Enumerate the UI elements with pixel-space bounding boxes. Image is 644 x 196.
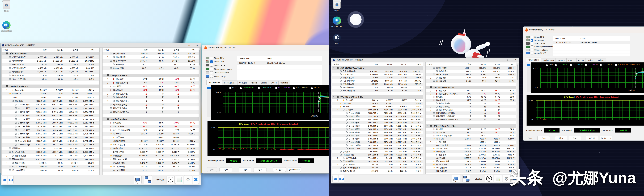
sensor-row[interactable]: ❯Core VIDs0.948 V0.796 V1.228 V0.961 V [2, 88, 100, 92]
remote-monitor-button[interactable] [134, 175, 142, 184]
sensor-row[interactable]: P-core 0 频率2,992.7 MHz798.0 MHz4,588.8 M… [332, 111, 423, 115]
stress-option-memory[interactable]: Stress system memory [206, 68, 234, 71]
sensor-row[interactable]: 可用物理内存11,661 MB11,572 MB11,662 MB11,642 … [2, 70, 100, 74]
legend-checkbox[interactable] [554, 64, 557, 66]
sensor-row[interactable] [2, 81, 100, 85]
sensor-row[interactable]: IA 核心功率32.696 W1.818 W65.973 W32.353 W [426, 150, 516, 153]
sensor-row[interactable]: 剩余芯片功率0.108 W0.094 W0.228 W0.109 W [426, 163, 516, 166]
stress-option-cpu[interactable]: Stress CPU [526, 36, 544, 39]
start-button[interactable]: Start [207, 167, 217, 172]
checkbox[interactable] [531, 45, 533, 48]
sensor-row[interactable]: 封装/环形总线临界温度否否否 [426, 115, 516, 118]
tab-voltages[interactable]: Voltages [238, 81, 249, 85]
scrollbar[interactable] [199, 48, 200, 179]
sensor-row[interactable]: ❯核心利用率136.7 %0.1 %170.3 %137.8 % [102, 55, 200, 59]
legend-checkbox[interactable] [615, 64, 617, 66]
sensor-row[interactable]: Uncore VID0.828 V0.631 V1.056 V0.836 V [332, 102, 423, 105]
sensor-row[interactable]: 核心最高值85 ℃49 ℃96 ℃83 ℃ [426, 99, 516, 102]
sensor-row[interactable]: E-core 11 频率2,793.2 MHz1,097.3 MHz3,491.… [2, 143, 100, 147]
report-button[interactable] [175, 175, 183, 184]
sensor-row[interactable]: P-core 3 频率3,391.7 MHz2,493.9 MHz4,588.8… [2, 114, 100, 117]
sensor-row[interactable]: ❯核心温度与 TjMAX 的...18 ℃4 ℃60 ℃20 ℃ [426, 92, 516, 95]
sensor-row[interactable]: E-core 6 频率2,493.9 MHz997.6 MHz3,391.7 M… [332, 131, 423, 134]
sensor-row[interactable]: CPU封装96 ℃44 ℃100 ℃96 ℃ [102, 85, 200, 88]
sensor-row[interactable]: ˅CPU [#0]: Intel Core i5-13... [332, 95, 423, 99]
aida-titlebar[interactable]: System Stability Test - AIDA64 [202, 45, 329, 51]
sensor-row[interactable]: E-core 5 频率2,793.2 MHz1,895.4 MHz3,491.5… [2, 121, 100, 125]
sensor-row[interactable]: P-core 3 频率2,992.7 MHz997.6 MHz4,588.8 M… [332, 121, 423, 124]
log-row[interactable]: 2023/4/16 15:42:55Stability Test: Starte… [553, 41, 630, 44]
sensor-row[interactable] [426, 83, 516, 86]
sensor-row[interactable]: 总 CPU 使用率100.0 %0.4 %100.0 %99.1 % [2, 168, 100, 172]
sensor-row[interactable]: P-core 0 频率3,391.7 MHz2,493.9 MHz4,588.8… [2, 103, 100, 106]
minimize-button[interactable]: — [496, 58, 502, 62]
sensor-row[interactable]: 可用虚拟内存14,277 MB14,208 MB14,288 MB14,272 … [2, 59, 100, 63]
sensor-row[interactable]: CPU 封装功率44.996 W8.100 W80.718 W47.004 W [102, 143, 200, 147]
maximize-button[interactable]: □ [186, 43, 192, 47]
settings-button[interactable]: ⚙ [502, 175, 510, 182]
remote-monitor-button[interactable] [452, 175, 460, 182]
sensor-row[interactable]: 物理内存占用27.6 %27.6 %28.2 %27.7 % [2, 74, 100, 77]
legend-checkbox[interactable] [240, 87, 242, 89]
sensor-row[interactable]: ˅CPU [#0]: Intel Cor... [102, 74, 200, 77]
desktop-icon-edge[interactable]: Microsoft Edge [331, 17, 343, 27]
sensor-row[interactable]: E-core 11 频率2,493.9 MHz997.6 MHz3,391.7 … [332, 147, 423, 150]
checkbox[interactable] [531, 39, 533, 42]
sensor-row[interactable]: SA VID0.648 V0.646 V0.796 V0.649 V [2, 95, 100, 99]
sensor-row[interactable]: E-core 4 频率2,493.9 MHz997.6 MHz3,391.7 M… [332, 124, 423, 128]
tab-powers[interactable]: Powers [249, 81, 259, 85]
sensor-row[interactable]: 封装/环形总线过热降频否否是 [426, 111, 516, 115]
sensor-row[interactable]: CPU [#0]: Intel Core... [2, 85, 100, 88]
checkbox[interactable] [210, 64, 213, 67]
scrollbar-thumb[interactable] [199, 50, 200, 65]
stress-option-disk[interactable]: Stress local disks [526, 48, 548, 52]
sensor-row[interactable]: ˅CPU [#0]: Intel Core i5-1... [426, 124, 516, 128]
sensor-row[interactable]: PL2 功率限制95.0 W95.0 W95.0 W95.0 W [102, 168, 200, 172]
sensor-row[interactable]: 总线频率99.8 MHz99.8 MHz99.8 MHz99.8 MHz [2, 147, 100, 150]
expand-arrow[interactable]: ˅ [333, 66, 334, 70]
network-monitors-button[interactable] [144, 175, 152, 184]
sensor-row[interactable]: ˅CPU [#0]: Intel Core i5-1... [426, 86, 516, 89]
legend-checkbox[interactable] [311, 87, 313, 89]
stress-option-gpu[interactable]: Stress GPU(s) [206, 75, 226, 78]
sensor-row[interactable]: SA VID0.658 V0.658 V0.821 V0.666 V [332, 105, 423, 108]
sensor-row[interactable] [102, 114, 200, 117]
sensor-row[interactable]: ❯核心温度82 ℃40 ℃96 ℃80 ℃ [426, 89, 516, 92]
checkbox[interactable] [210, 60, 213, 63]
sensor-row[interactable]: P-core 1 频率3,391.7 MHz2,493.9 MHz4,588.8… [2, 106, 100, 110]
sensor-row[interactable]: 总 CPU 利用率136.7 %3.9 %166.1 %137.8 % [102, 59, 200, 63]
aida-titlebar[interactable]: System Stability Test - AIDA64— [523, 27, 644, 33]
expand-arrow[interactable]: ˅ [104, 117, 104, 121]
sensor-row[interactable]: 已提交虚拟内存4,790 MB4,778 MB4,859 MB4,795 MB [2, 55, 100, 59]
stress-option-cpu[interactable]: Stress CPU [206, 56, 224, 60]
desktop-icon-recycle-bin[interactable]: ♻ 回收站 [331, 1, 343, 12]
sensor-row[interactable]: 平均有效频率3,187.3 MHz133.2 MHz3,939.2 MHz3,2… [2, 157, 100, 161]
sensor-row[interactable]: ❯核心使用率100.0 %0.0 %100.0 %94.8 % [332, 163, 423, 166]
cpuid-button[interactable]: CPUID [273, 167, 286, 172]
sensor-row[interactable]: E-core 7 频率2,793.2 MHz1,895.4 MHz3,491.5… [2, 128, 100, 132]
tab-voltages[interactable]: Voltages [556, 58, 566, 62]
sensor-row[interactable]: ❯核心临界温度否否否 [102, 95, 200, 99]
cpuid-button[interactable]: CPUID [586, 136, 598, 140]
reset-clock-button[interactable] [485, 175, 493, 182]
stress-option-memory[interactable]: Stress system memory [526, 45, 553, 48]
sensor-row[interactable]: ❯核心使用率100.0 %0.0 %100.0 %99.1 % [2, 161, 100, 165]
sensor-row[interactable]: 按需时钟调制100.0 %100.0 %100.0 %100.0 % [426, 66, 516, 70]
sensor-row[interactable]: P-core 2 频率3,391.7 MHz2,493.9 MHz4,588.8… [2, 110, 100, 114]
sensor-row[interactable]: E-core 6 频率2,793.2 MHz1,895.4 MHz3,491.5… [2, 125, 100, 128]
sensor-row[interactable] [102, 70, 200, 74]
sensor-row[interactable]: 可用物理内存11,651 MB11,639 MB11,763 MB11,676 … [332, 83, 423, 86]
sensor-row[interactable]: ˅核心频率2,660.2 MHz798.0 MHz4,588.8 MHz2,65… [332, 108, 423, 111]
desktop-icon-recycle-bin[interactable]: ♻ 回收站 [0, 1, 12, 12]
sensor-row[interactable]: iGPU VID0.215 V0.212 V0.227 V0.215 V [102, 132, 200, 136]
sensor-row[interactable]: 物理内存占用27.7 %27.0 %27.8 %27.5 % [332, 86, 423, 89]
tab-temperatures[interactable]: Temperatures [206, 80, 222, 85]
legend-checkbox[interactable] [584, 64, 587, 66]
sensor-row[interactable]: ❯核心有效频率2,744.3 MHz0.4 MHz4,011.0 MHz2,63… [332, 156, 423, 160]
sensor-row[interactable]: 封装/环形总线功...是否是 [102, 110, 200, 114]
sensor-row[interactable]: 系统 Agent 功耗2.012 W1.858 W3.934 W2.115 W [426, 160, 516, 163]
sensor-row[interactable]: 封装/环形总线临...否否否 [102, 106, 200, 110]
checkbox[interactable] [531, 42, 533, 45]
sensor-row[interactable]: ˅CPU [#0]: Intel Cor... [102, 117, 200, 121]
tab-clocks[interactable]: Clocks [576, 58, 586, 62]
